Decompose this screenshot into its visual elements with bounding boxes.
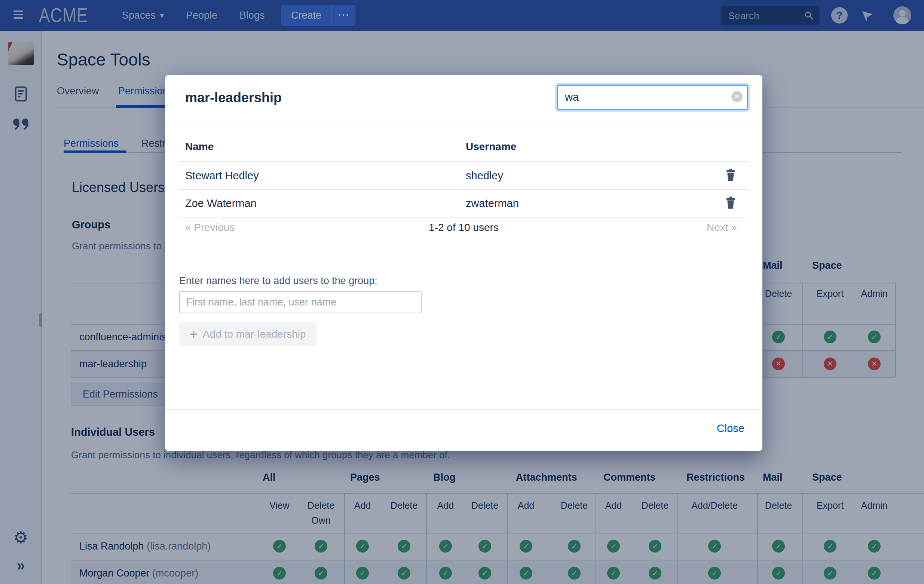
member-name: Zoe Waterman [185,197,257,210]
clear-search-icon[interactable]: ✕ [731,91,742,102]
add-users-label: Enter names here to add users to the gro… [179,275,378,287]
members-col-name: Name [185,141,214,153]
pagination-next[interactable]: Next » [707,222,737,233]
dialog-header-divider [165,124,762,124]
members-header-divider [178,161,749,162]
add-users-input[interactable] [179,291,422,313]
add-to-group-button[interactable]: + Add to mar-leadership [179,322,317,346]
member-row-divider [178,189,749,190]
member-search-box: ✕ [557,84,748,110]
trash-icon [725,176,736,183]
screen: ACME Spaces▼ People Blogs Create ⋯ ? ⚙ » [0,0,924,584]
member-name: Stewart Hedley [185,170,259,182]
remove-member-button[interactable] [725,197,737,210]
dialog-footer-divider [165,409,762,410]
remove-member-button[interactable] [725,169,737,182]
member-username: shedley [466,170,503,182]
pagination-status: 1-2 of 10 users [165,222,762,233]
close-dialog-button[interactable]: Close [717,422,744,435]
members-col-username: Username [466,141,516,153]
member-row-divider [178,217,749,217]
trash-icon [725,204,736,210]
member-search-input[interactable] [564,88,723,106]
group-members-dialog: mar-leadership ✕ Name Username Stewart H… [165,75,762,451]
member-username: zwaterman [466,197,519,210]
plus-icon: + [190,328,198,341]
dialog-title: mar-leadership [185,90,282,106]
